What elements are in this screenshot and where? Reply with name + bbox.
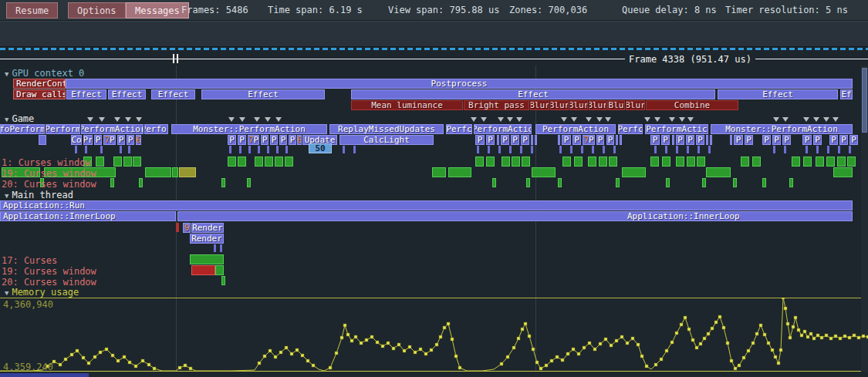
message-marker-icon[interactable] <box>782 117 789 122</box>
zone-bar[interactable]: P <box>596 135 604 145</box>
section-header-gpu[interactable]: ▼GPU context 0 <box>5 68 84 79</box>
message-marker-icon[interactable] <box>586 117 592 122</box>
lock-zone-tick[interactable] <box>789 178 793 187</box>
section-header-memory[interactable]: ▼Memory usage <box>5 287 79 298</box>
zone-tick[interactable] <box>784 146 786 153</box>
scrollbar-thumb[interactable] <box>862 68 867 133</box>
zone-bar[interactable]: P <box>511 135 519 145</box>
zone-render[interactable]: Render <box>191 223 224 233</box>
lock-zone[interactable] <box>255 157 263 167</box>
thread-label[interactable]: 17: Curses <box>2 255 57 266</box>
zone-bar[interactable]: Perform <box>46 124 80 134</box>
message-marker-icon[interactable] <box>813 117 819 122</box>
lock-zone[interactable] <box>502 157 510 167</box>
lock-zone[interactable] <box>475 157 484 167</box>
zone-bar[interactable]: 6 <box>297 135 302 145</box>
lock-zone[interactable] <box>687 157 695 167</box>
zone-tick[interactable] <box>248 146 251 153</box>
lock-zone-tick[interactable] <box>666 178 670 187</box>
zone-tick-red[interactable] <box>176 223 179 232</box>
zone-application-run[interactable]: Application::Run <box>0 200 853 210</box>
thread-label[interactable]: 20: Curses window <box>2 179 96 190</box>
zone-bar[interactable]: P <box>501 135 509 145</box>
zone-bar[interactable]: P <box>117 135 125 145</box>
message-marker-icon[interactable] <box>265 117 271 122</box>
zone-bar[interactable] <box>39 135 46 145</box>
zone-bar[interactable]: P <box>762 135 771 145</box>
zone-bar[interactable]: Perfor <box>144 124 168 134</box>
zone-bar[interactable]: 7P <box>583 135 595 145</box>
zone-bar[interactable]: ReplayMissedUpdates <box>329 124 444 134</box>
lock-zone[interactable] <box>837 157 846 167</box>
zone-tick[interactable] <box>75 146 77 153</box>
lock-zone[interactable] <box>486 157 495 167</box>
zone-bar[interactable]: Effect <box>108 89 146 99</box>
zone-bar[interactable]: Blu <box>607 100 625 110</box>
zone-bar[interactable] <box>558 135 560 145</box>
zone-bar[interactable]: P <box>279 135 287 145</box>
zone-tick[interactable] <box>827 146 829 153</box>
message-marker-icon[interactable] <box>687 117 694 122</box>
zone-application-innerloop[interactable]: Application::InnerLoop <box>177 211 853 221</box>
lock-zone[interactable] <box>145 167 171 177</box>
lock-blocked-zone[interactable] <box>191 265 215 275</box>
lock-zone[interactable] <box>574 157 583 167</box>
lock-zone-tick[interactable] <box>221 178 225 187</box>
frame-boundary-marker[interactable] <box>173 54 174 63</box>
zone-tick[interactable] <box>603 146 605 153</box>
zone-bar[interactable]: Monster::PerformAction <box>711 124 853 134</box>
zone-bar[interactable]: P <box>829 135 838 145</box>
lock-zone[interactable] <box>133 157 141 167</box>
zone-bar[interactable]: Blur <box>626 100 645 110</box>
section-header-main-thread[interactable]: ▼Main thread <box>5 190 73 200</box>
zone-bar[interactable]: 7P <box>248 135 259 145</box>
message-marker-icon[interactable] <box>561 117 567 122</box>
zone-count-badge[interactable]: 50 <box>309 143 332 153</box>
message-marker-icon[interactable] <box>679 117 685 122</box>
zone-bar[interactable]: Pr <box>83 135 93 145</box>
message-marker-icon[interactable] <box>254 117 260 122</box>
lock-zone[interactable] <box>847 157 856 167</box>
zone-tick[interactable] <box>220 244 222 252</box>
zone-tick[interactable] <box>509 146 512 153</box>
zone-bar[interactable] <box>531 135 533 145</box>
zone-bar[interactable]: P <box>127 135 134 145</box>
message-marker-icon[interactable] <box>99 117 105 122</box>
lock-zone[interactable] <box>512 157 520 167</box>
zone-bar[interactable]: Effect <box>66 89 106 99</box>
zone-bar[interactable]: P <box>289 135 296 145</box>
zone-bar[interactable]: PerformActior <box>81 124 144 134</box>
zone-bar[interactable]: Effect <box>201 89 325 99</box>
lock-zone-tick[interactable] <box>221 276 225 285</box>
lock-zone[interactable] <box>650 157 659 167</box>
zone-bar[interactable]: P <box>813 135 822 145</box>
zone-tick[interactable] <box>676 146 678 153</box>
zone-tick[interactable] <box>285 146 288 153</box>
zone-bar[interactable]: Ef <box>840 89 853 99</box>
zone-bar[interactable]: P <box>676 135 684 145</box>
zone-bar[interactable]: P <box>486 135 495 145</box>
zone-tick[interactable] <box>816 146 819 153</box>
message-marker-icon[interactable] <box>228 117 235 122</box>
zone-bar[interactable]: P <box>562 135 571 145</box>
zone-bar[interactable]: P <box>839 135 848 145</box>
zone-bar[interactable]: Effect <box>151 89 195 99</box>
message-marker-icon[interactable] <box>823 117 829 122</box>
zone-bar[interactable]: P <box>238 135 246 145</box>
zone-bar[interactable]: Bright pass <box>464 100 529 110</box>
lock-zone[interactable] <box>706 167 731 177</box>
zone-bar[interactable]: Perfc <box>446 124 472 134</box>
thread-label[interactable]: 19: Curses window <box>2 266 96 277</box>
zone-bar[interactable]: P <box>802 135 812 145</box>
lock-zone[interactable] <box>275 157 283 167</box>
zone-bar[interactable]: PerformAction <box>535 124 616 134</box>
zone-bar[interactable]: P <box>745 135 753 145</box>
zone-bar[interactable]: P <box>94 135 102 145</box>
zone-bar[interactable]: P <box>661 135 670 145</box>
zone-bar[interactable]: P <box>606 135 614 145</box>
zone-application-innerloop[interactable]: Application::InnerLoop <box>0 211 176 221</box>
lock-zone[interactable] <box>588 157 596 167</box>
gpu-row-label-drawcalls[interactable]: Draw calls <box>13 89 66 99</box>
zone-bar[interactable] <box>497 135 499 145</box>
zone-bar[interactable]: P <box>475 135 485 145</box>
